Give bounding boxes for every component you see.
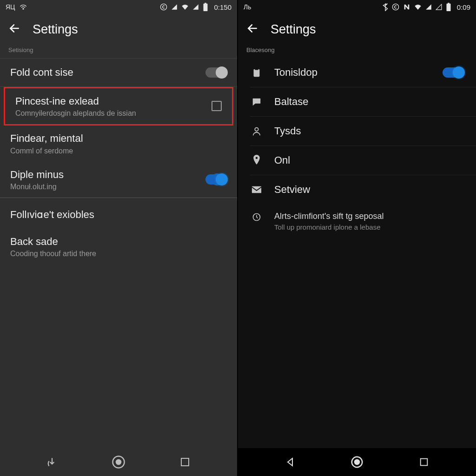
toggle-on[interactable] xyxy=(205,174,227,185)
settings-row-diple[interactable]: Diple minus Monuł.olut.ing xyxy=(0,162,237,198)
svg-rect-14 xyxy=(252,186,261,193)
row-title: Setview xyxy=(274,184,310,196)
app-bar: Settings xyxy=(0,14,237,45)
person-icon xyxy=(250,126,263,136)
row-title: Tonisldop xyxy=(274,66,317,79)
nav-bar xyxy=(0,448,237,476)
nav-bar xyxy=(238,448,476,476)
status-carrier: ЯЦ xyxy=(6,3,15,11)
row-title: Baltase xyxy=(274,96,308,108)
status-clock: 0:09 xyxy=(457,3,470,11)
nav-home-button[interactable] xyxy=(108,452,129,472)
row-title: Alrts-climfiont's sift tg seposal xyxy=(274,212,384,221)
svg-point-17 xyxy=(355,460,359,464)
row-title: Findear, miental xyxy=(10,132,227,145)
settings-row-setview[interactable]: Setview xyxy=(238,175,476,204)
row-subtitle: Comml of serdome xyxy=(10,147,227,155)
nav-back-button[interactable] xyxy=(280,452,300,472)
settings-row-tonisldop[interactable]: Tonisldop xyxy=(238,58,476,87)
svg-point-7 xyxy=(392,4,398,10)
settings-row-fold-cont[interactable]: Fold cont sise xyxy=(0,59,237,86)
app-bar: Settings xyxy=(238,14,476,45)
settings-row-follivae[interactable]: Follıviɑe't exiobles xyxy=(0,198,237,229)
status-bar: ЯЦ 0:150 xyxy=(0,0,237,14)
checkbox[interactable] xyxy=(212,101,222,111)
status-clock: 0:150 xyxy=(214,3,231,11)
settings-row-pincest[interactable]: Pincest-ine exlead Comnyilerdosgin alepl… xyxy=(5,88,232,125)
battery-icon xyxy=(446,3,451,11)
section-label: Blacesong xyxy=(238,45,476,58)
screen-left: ЯЦ 0:150 Settings Setisiong Fold c xyxy=(0,0,238,476)
row-subtitle: Monuł.olut.ing xyxy=(10,183,227,191)
row-title: Follıviɑe't exiobles xyxy=(10,208,227,221)
circle-c-icon xyxy=(160,3,167,11)
row-subtitle: Comnyilerdosgin aleplands de issian xyxy=(15,109,222,118)
svg-point-13 xyxy=(256,157,258,159)
nfc-icon xyxy=(403,3,410,11)
nav-recent-button[interactable] xyxy=(414,452,434,472)
svg-point-0 xyxy=(23,8,24,9)
wifi-small-icon xyxy=(414,4,422,10)
svg-rect-11 xyxy=(255,68,258,70)
circle-c-icon xyxy=(392,3,399,11)
settings-row-alrts[interactable]: Alrts-climfiont's sift tg seposal Toll u… xyxy=(238,204,476,238)
svg-rect-8 xyxy=(446,4,450,11)
row-title: Pincest-ine exlead xyxy=(15,95,222,108)
screen-right: Ль 0:09 Settings Blacesong xyxy=(238,0,476,476)
signal-a-icon xyxy=(171,4,178,10)
signal-b-icon xyxy=(192,4,199,10)
toggle-off[interactable] xyxy=(205,67,227,78)
signal-a-icon xyxy=(425,4,432,10)
settings-row-back-sade[interactable]: Back sade Cooding thoouf artid there xyxy=(0,229,237,265)
svg-rect-9 xyxy=(448,3,450,4)
svg-rect-3 xyxy=(205,3,207,4)
toggle-on[interactable] xyxy=(443,67,464,78)
status-carrier: Ль xyxy=(244,3,251,11)
pin-icon xyxy=(250,155,263,166)
clock-icon xyxy=(250,212,263,222)
wifi-icon xyxy=(20,4,27,10)
bluetooth-icon xyxy=(383,3,388,11)
nav-back-button[interactable] xyxy=(42,452,62,472)
back-icon[interactable] xyxy=(8,22,20,36)
settings-row-tysds[interactable]: Tysds xyxy=(238,117,476,145)
status-bar: Ль 0:09 xyxy=(238,0,476,14)
nav-home-button[interactable] xyxy=(347,452,367,472)
row-title: Tysds xyxy=(274,125,301,137)
page-title: Settings xyxy=(33,22,78,37)
mail-icon xyxy=(250,185,263,194)
svg-point-5 xyxy=(116,460,121,464)
chat-icon xyxy=(250,97,263,107)
settings-row-findear[interactable]: Findear, miental Comml of serdome xyxy=(0,126,237,162)
row-title: Diple minus xyxy=(10,168,227,181)
page-title: Settings xyxy=(271,22,316,37)
svg-point-12 xyxy=(255,128,258,131)
battery-icon xyxy=(203,3,208,11)
row-title: Onl xyxy=(274,154,290,166)
nav-recent-button[interactable] xyxy=(175,452,195,472)
svg-point-1 xyxy=(161,4,167,10)
row-title: Fold cont sise xyxy=(10,66,227,79)
settings-row-baltase[interactable]: Baltase xyxy=(238,87,476,116)
highlighted-row: Pincest-ine exlead Comnyilerdosgin alepl… xyxy=(4,87,233,126)
svg-rect-18 xyxy=(421,459,428,466)
svg-rect-10 xyxy=(254,69,260,77)
svg-rect-2 xyxy=(204,4,208,11)
clipboard-icon xyxy=(250,67,263,78)
wifi-small-icon xyxy=(181,4,189,10)
settings-row-onl[interactable]: Onl xyxy=(238,146,476,175)
section-label: Setisiong xyxy=(0,45,237,58)
back-icon[interactable] xyxy=(246,22,258,36)
signal-b-icon xyxy=(436,4,442,10)
row-subtitle: Toll up promoniard iplone a lebase xyxy=(274,223,384,231)
row-subtitle: Cooding thoouf artid there xyxy=(10,250,227,258)
row-title: Back sade xyxy=(10,235,227,248)
svg-rect-6 xyxy=(181,458,189,466)
